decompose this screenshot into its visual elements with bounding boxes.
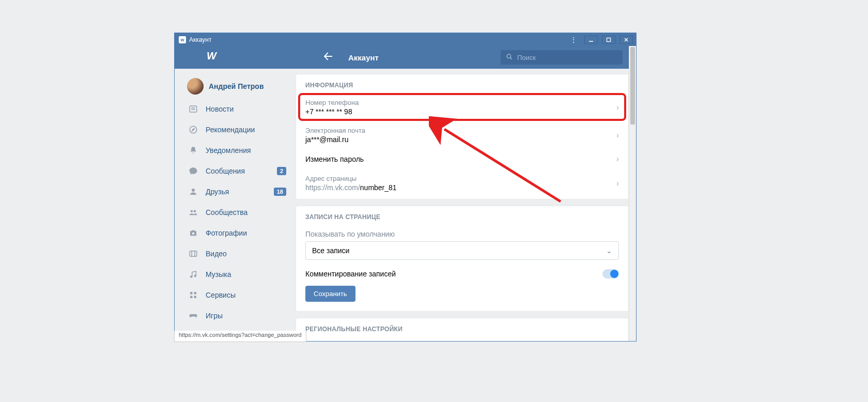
info-card: ИНФОРМАЦИЯ Номер телефона +7 *** *** ** …	[296, 74, 629, 199]
main: ИНФОРМАЦИЯ Номер телефона +7 *** *** ** …	[295, 69, 629, 341]
profile-url-row[interactable]: Адрес страницы https://m.vk.com/number_8…	[296, 169, 628, 197]
news-icon	[188, 104, 198, 114]
svg-point-21	[194, 275, 196, 277]
sidebar-item-photos[interactable]: Фотографии	[175, 223, 295, 243]
svg-rect-22	[190, 292, 193, 295]
badge: 2	[277, 167, 286, 175]
sidebar-item-music[interactable]: Музыка	[175, 264, 295, 285]
sidebar-item-label: Уведомления	[206, 146, 286, 154]
sidebar-item-games[interactable]: Игры	[175, 305, 295, 326]
badge: 18	[274, 188, 286, 196]
default-show-label: Показывать по умолчанию	[296, 225, 628, 241]
kebab-menu-icon[interactable]: ⋮	[566, 36, 581, 44]
save-button[interactable]: Сохранить	[305, 286, 355, 302]
sidebar-item-label: Сообщества	[206, 208, 286, 217]
sidebar-item-notifications[interactable]: Уведомления	[175, 140, 295, 161]
sidebar-item-label: Видео	[206, 250, 286, 258]
grid-icon	[188, 290, 198, 300]
profile-row[interactable]: Андрей Петров	[175, 74, 295, 99]
sidebar-item-label: Фотографии	[206, 229, 286, 237]
person-icon	[188, 187, 198, 197]
svg-point-15	[194, 210, 196, 213]
svg-rect-25	[194, 296, 197, 299]
sidebar-item-video[interactable]: Видео	[175, 243, 295, 264]
comments-toggle-row: Комментирование записей	[296, 267, 628, 286]
film-icon	[188, 249, 198, 259]
page-title: Аккаунт	[348, 53, 379, 62]
sidebar-item-services[interactable]: Сервисы	[175, 285, 295, 305]
email-label: Электронная почта	[305, 127, 616, 134]
back-arrow-icon[interactable]	[322, 51, 334, 65]
minimize-button[interactable]	[584, 36, 598, 44]
info-header: ИНФОРМАЦИЯ	[296, 74, 628, 93]
chevron-down-icon: ⌄	[606, 246, 612, 255]
vk-app-icon: w	[179, 36, 186, 43]
chevron-right-icon: ›	[616, 131, 619, 140]
title-bar: w Аккаунт ⋮	[175, 33, 636, 46]
music-icon	[188, 269, 198, 280]
search-box[interactable]	[501, 50, 623, 65]
sidebar-item-label: Рекомендации	[206, 126, 286, 134]
scrollbar-thumb[interactable]	[630, 47, 635, 125]
language-label: Язык:	[296, 337, 628, 341]
posts-header: ЗАПИСИ НА СТРАНИЦЕ	[296, 206, 628, 225]
change-password-label: Изменить пароль	[305, 155, 616, 163]
svg-text:W: W	[207, 50, 218, 61]
client-area: W Аккаунт Андрей Петров	[175, 46, 636, 341]
chat-icon	[188, 166, 198, 176]
svg-point-16	[192, 233, 195, 235]
sidebar-item-recommendations[interactable]: Рекомендации	[175, 119, 295, 140]
sidebar: Андрей Петров Новости Рекомендации Уведо…	[175, 69, 295, 341]
sidebar-item-label: Новости	[206, 105, 286, 113]
sidebar-item-communities[interactable]: Сообщества	[175, 202, 295, 223]
svg-point-20	[191, 276, 192, 277]
regional-card: РЕГИОНАЛЬНЫЕ НАСТРОЙКИ Язык:	[296, 318, 629, 341]
scrollbar[interactable]	[629, 46, 636, 341]
change-password-row[interactable]: Изменить пароль ›	[296, 149, 628, 169]
sidebar-item-news[interactable]: Новости	[175, 99, 295, 119]
bell-icon	[188, 145, 198, 156]
window-title: Аккаунт	[189, 36, 563, 43]
phone-row[interactable]: Номер телефона +7 *** *** ** 98 ›	[296, 93, 628, 121]
svg-marker-12	[192, 129, 195, 131]
phone-label: Номер телефона	[305, 99, 616, 106]
sidebar-item-label: Сервисы	[206, 291, 286, 299]
search-icon	[506, 53, 513, 62]
maximize-button[interactable]	[602, 36, 615, 44]
chevron-right-icon: ›	[616, 103, 619, 112]
sidebar-item-friends[interactable]: Друзья 18	[175, 181, 295, 202]
email-row[interactable]: Электронная почта ja***@mail.ru ›	[296, 121, 628, 149]
search-input[interactable]	[517, 54, 617, 61]
content: Андрей Петров Новости Рекомендации Уведо…	[175, 69, 636, 341]
phone-value: +7 *** *** ** 98	[305, 107, 616, 116]
close-button[interactable]	[619, 36, 633, 44]
svg-rect-24	[190, 296, 193, 299]
sidebar-item-label: Сообщения	[206, 167, 270, 175]
sidebar-item-messages[interactable]: Сообщения 2	[175, 161, 295, 181]
camera-icon	[188, 228, 198, 238]
group-icon	[188, 207, 198, 218]
regional-header: РЕГИОНАЛЬНЫЕ НАСТРОЙКИ	[296, 318, 628, 337]
default-show-select[interactable]: Все записи ⌄	[305, 241, 619, 260]
chevron-right-icon: ›	[616, 154, 619, 164]
top-nav: W Аккаунт	[175, 46, 636, 69]
sidebar-item-label: Друзья	[206, 188, 267, 196]
app-window: w Аккаунт ⋮ W Аккаунт	[174, 33, 637, 342]
compass-icon	[188, 125, 198, 135]
svg-point-6	[507, 54, 511, 58]
svg-rect-1	[607, 38, 611, 41]
url-value: https://m.vk.com/number_81	[305, 183, 616, 192]
gamepad-icon	[188, 311, 198, 321]
status-link-preview: https://m.vk.com/settings?act=change_pas…	[174, 331, 306, 342]
svg-point-13	[192, 189, 195, 192]
select-value: Все записи	[312, 246, 349, 255]
vk-logo[interactable]: W	[183, 50, 225, 65]
comments-toggle[interactable]	[602, 269, 619, 279]
url-label: Адрес страницы	[305, 175, 616, 182]
svg-rect-17	[190, 251, 197, 257]
chevron-right-icon: ›	[616, 179, 619, 188]
profile-name: Андрей Петров	[209, 82, 264, 90]
comments-label: Комментирование записей	[305, 270, 396, 278]
sidebar-item-label: Музыка	[206, 270, 286, 279]
sidebar-item-label: Игры	[206, 312, 286, 320]
